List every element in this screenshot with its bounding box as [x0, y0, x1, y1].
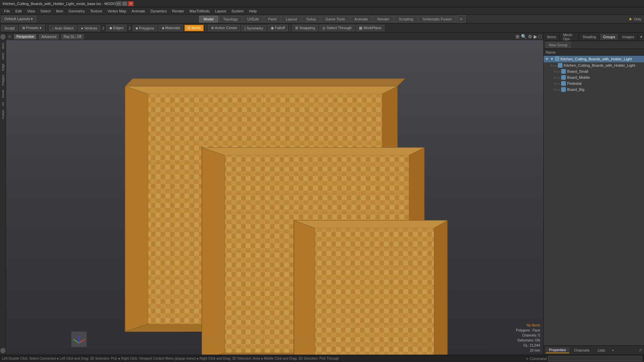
tab-game-tools[interactable]: Game Tools: [321, 16, 350, 22]
left-bottom-btn[interactable]: [0, 348, 6, 353]
tab-schematic-fusion[interactable]: Schematic Fusion: [418, 16, 456, 22]
menu-layout[interactable]: Layout: [212, 8, 229, 14]
left-sidebar: Item Verts Edge Polygon Curve UV Fusion: [0, 33, 6, 355]
vp-icon-3[interactable]: ⚙: [528, 34, 532, 39]
tab-render[interactable]: Render: [373, 16, 394, 22]
menu-help[interactable]: Help: [247, 8, 260, 14]
stat-unit: 10 mm: [516, 348, 540, 353]
workplane-button[interactable]: ▦ WorkPlane: [356, 25, 384, 31]
separator-2: [206, 25, 206, 32]
tab-uvedit[interactable]: UVEdit: [243, 16, 263, 22]
rpanel-tab-items[interactable]: Items: [544, 34, 560, 40]
menu-maxtomodo[interactable]: MaxToModo: [187, 8, 212, 14]
vp-icon-1[interactable]: ⊞: [516, 34, 520, 39]
bpanel-tab-properties[interactable]: Properties: [546, 347, 569, 353]
edges-button[interactable]: ◆ Edges: [106, 25, 126, 31]
tab-setup[interactable]: Setup: [302, 16, 320, 22]
layout-selector[interactable]: Default Layouts ▾: [1, 16, 36, 22]
sculpt-button[interactable]: Sculpt: [1, 25, 18, 31]
close-button[interactable]: ✕: [128, 1, 133, 6]
titlebar-controls: ─ □ ✕: [116, 1, 133, 6]
tab-animate[interactable]: Animate: [350, 16, 372, 22]
polygons-button[interactable]: ■ Polygons: [133, 25, 157, 31]
vp-icon-2[interactable]: 🔍: [521, 34, 527, 39]
tab-layout[interactable]: Layout: [281, 16, 301, 22]
edges-count: 2: [128, 26, 131, 30]
snapping-button[interactable]: ⊞ Snapping: [292, 25, 318, 31]
item-board-middle[interactable]: ○ — Board_Middle: [544, 74, 644, 80]
groups-content[interactable]: 👁 ▼ Kitchen_Cutting_Boards_with_Holder_L…: [544, 56, 644, 345]
scene-root[interactable]: 👁 ▼ Kitchen_Cutting_Boards_with_Holder_L…: [544, 56, 644, 62]
menu-system[interactable]: System: [229, 8, 247, 14]
tab-add-button[interactable]: +: [457, 15, 466, 23]
viewport[interactable]: ⊞ Perspective Advanced Ray GL: Off ⊞ 🔍 ⚙…: [6, 33, 543, 355]
item-board-small[interactable]: ○ — Board_Small: [544, 68, 644, 74]
select-through-button[interactable]: ◎ Select Through: [319, 25, 355, 31]
menu-edit[interactable]: Edit: [13, 8, 24, 14]
item-label-2: Board_Small: [567, 69, 588, 73]
auto-select-button[interactable]: ↕ Auto Select: [49, 25, 76, 31]
minimize-button[interactable]: ─: [116, 1, 121, 6]
star-icon: ★: [629, 17, 632, 21]
item-pedestal[interactable]: ○ — Pedestal: [544, 80, 644, 86]
tab-paint[interactable]: Paint: [264, 16, 281, 22]
new-group-button[interactable]: New Group: [546, 42, 571, 48]
bpanel-tab-channels[interactable]: Channels: [571, 348, 593, 353]
sidebar-tab-polygon: Polygon: [1, 73, 5, 88]
svg-marker-37: [202, 147, 225, 355]
sidebar-tab-uv: UV: [1, 100, 5, 108]
raygl-btn[interactable]: Ray GL: Off: [61, 34, 84, 39]
tab-scripting[interactable]: Scripting: [394, 16, 418, 22]
rpanel-tab-images[interactable]: Images: [619, 34, 638, 40]
item-icon-1: [558, 63, 562, 68]
item-scene-root[interactable]: ○ — Kitchen_Cutting_Boards_with_Holder_L…: [544, 62, 644, 68]
vertices-count: 2: [102, 26, 105, 30]
left-top-btn[interactable]: [0, 34, 6, 40]
rpanel-tab-mesh-ops[interactable]: Mesh Ops: [560, 32, 579, 42]
root-eye-icon: 👁: [545, 57, 549, 61]
materials-button[interactable]: ◈ Materials: [159, 25, 183, 31]
bpanel-expand[interactable]: ⤢: [639, 348, 642, 352]
command-input[interactable]: [548, 356, 642, 361]
tab-model[interactable]: Model: [199, 16, 218, 22]
vp-icon-4[interactable]: ▶: [534, 34, 537, 39]
sidebar-tab-curve: Curve: [1, 88, 5, 100]
menu-vertex-map[interactable]: Vertex Map: [105, 8, 129, 14]
maximize-button[interactable]: □: [122, 1, 127, 6]
symmetry-button[interactable]: | Symmetry: [241, 25, 266, 31]
main-layout: Item Verts Edge Polygon Curve UV Fusion …: [0, 33, 644, 355]
falloff-button[interactable]: ◉ Falloff: [268, 25, 288, 31]
rpanel-tab-shading[interactable]: Shading: [579, 34, 599, 40]
menu-texture[interactable]: Texture: [88, 8, 105, 14]
rpanel-tab-groups[interactable]: Groups: [600, 34, 619, 40]
item-expand-1: —: [553, 63, 557, 67]
item-expand-3: —: [557, 75, 560, 79]
item-board-big[interactable]: ○ — Board_Big: [544, 86, 644, 93]
viewport-canvas[interactable]: Kikcoin No Items Polygons : Fac: [6, 40, 543, 355]
presets-button[interactable]: ⊞ Presets ▾: [19, 25, 45, 31]
menu-dynamics[interactable]: Dynamics: [148, 8, 169, 14]
groups-header: Name: [544, 49, 644, 56]
vertices-button[interactable]: ● Vertices: [78, 25, 100, 31]
bpanel-tab-lists[interactable]: Lists: [594, 348, 609, 353]
perspective-btn[interactable]: Perspective: [14, 34, 36, 39]
menu-item[interactable]: Item: [53, 8, 66, 14]
sidebar-tab-verts: Verts: [1, 51, 5, 62]
advanced-btn[interactable]: Advanced: [39, 34, 58, 39]
menu-geometry[interactable]: Geometry: [66, 8, 87, 14]
bpanel-add-button[interactable]: +: [610, 348, 616, 353]
menu-animate[interactable]: Animate: [129, 8, 148, 14]
vp-icon-5[interactable]: □: [539, 34, 541, 39]
items-button[interactable]: ⊡ Items: [184, 25, 204, 31]
right-panel: Items Mesh Ops Shading Groups Images ◂ N…: [543, 33, 644, 355]
menu-view[interactable]: View: [24, 8, 38, 14]
rpanel-expand[interactable]: ◂: [638, 34, 644, 40]
action-center-button[interactable]: ⊕ Action Center: [208, 25, 240, 31]
groups-toolbar: New Group: [544, 41, 644, 49]
titlebar-title: Kitchen_Cutting_Boards_with_Holder_Light…: [3, 2, 116, 6]
tab-topology[interactable]: Topology: [219, 16, 242, 22]
item-label-5: Board_Big: [567, 87, 584, 92]
menu-file[interactable]: File: [1, 8, 13, 14]
menu-select[interactable]: Select: [38, 8, 53, 14]
menu-render[interactable]: Render: [169, 8, 187, 14]
